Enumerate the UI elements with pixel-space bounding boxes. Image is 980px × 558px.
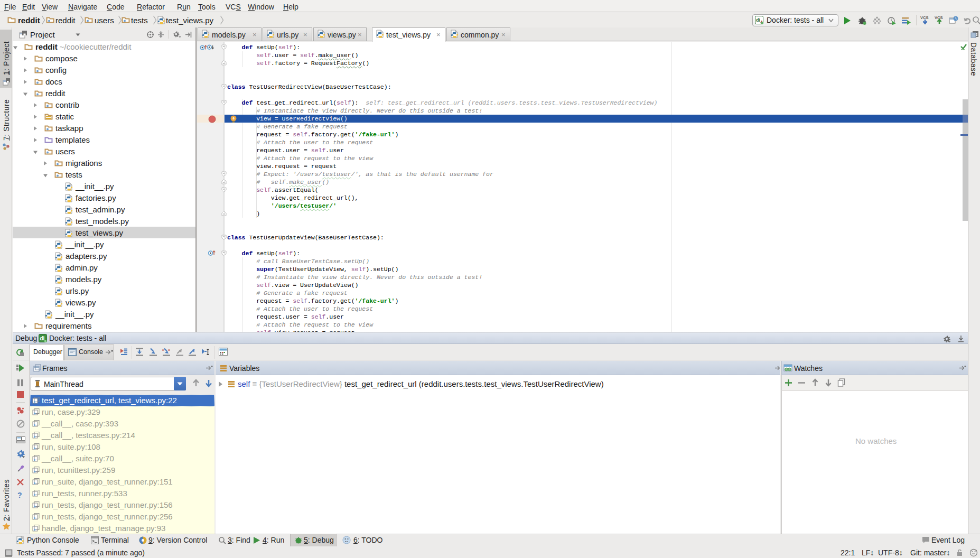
svg-text:di: di: [756, 17, 760, 23]
svg-text:VCS: VCS: [920, 15, 928, 20]
svg-text:di: di: [40, 336, 45, 341]
